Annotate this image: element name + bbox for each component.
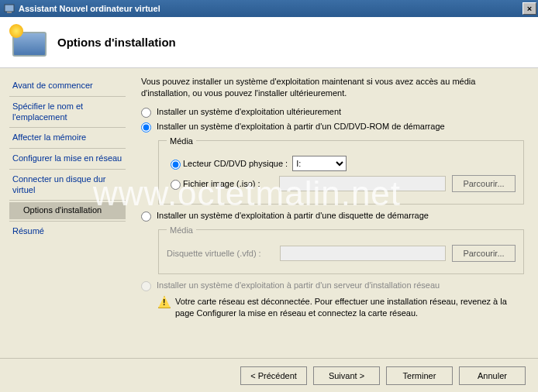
warning-icon <box>158 296 171 308</box>
network-warning-text: Votre carte réseau est déconnectée. Pour… <box>175 296 524 319</box>
label-install-floppy: Installer un système d'exploitation à pa… <box>157 211 429 220</box>
browse-vfd-button: Parcourir... <box>452 245 516 262</box>
radio-install-network <box>141 281 151 291</box>
wizard-icon <box>9 24 47 61</box>
radio-physical-drive[interactable] <box>171 160 181 170</box>
step-network[interactable]: Configurer la mise en réseau <box>9 150 133 167</box>
step-before-begin[interactable]: Avant de commencer <box>9 77 133 95</box>
media-group: Média Lecteur CD/DVD physique : I: Fichi… <box>158 136 524 205</box>
vfd-path-input <box>280 246 446 261</box>
radio-iso-file[interactable] <box>171 180 181 190</box>
drive-select[interactable]: I: <box>292 156 347 171</box>
titlebar: Assistant Nouvel ordinateur virtuel × <box>0 0 538 17</box>
radio-install-cd[interactable] <box>141 122 151 132</box>
browse-iso-button[interactable]: Parcourir... <box>452 175 516 192</box>
label-install-network: Installer un système d'exploitation à pa… <box>157 280 440 290</box>
label-install-later: Installer un système d'exploitation ulté… <box>157 107 341 116</box>
media-legend: Média <box>167 136 196 146</box>
floppy-legend: Média <box>167 225 196 235</box>
label-iso-file: Fichier image (.iso) : <box>183 179 274 188</box>
wizard-footer: < Précédent Suivant > Terminer Annuler <box>0 358 538 392</box>
next-button[interactable]: Suivant > <box>313 366 380 385</box>
label-vfd: Disquette virtuelle (.vfd) : <box>167 249 275 258</box>
radio-install-later[interactable] <box>141 108 151 118</box>
wizard-header: Options d'installation <box>0 17 538 68</box>
svg-rect-0 <box>5 5 14 12</box>
label-install-cd: Installer un système d'exploitation à pa… <box>157 122 445 131</box>
window-title: Assistant Nouvel ordinateur virtuel <box>16 4 522 13</box>
wizard-steps: Avant de commencer Spécifier le nom et l… <box>0 68 133 358</box>
app-icon <box>3 2 16 15</box>
iso-path-input[interactable] <box>279 176 446 191</box>
main-panel: Vous pouvez installer un système d'explo… <box>133 68 538 358</box>
step-memory[interactable]: Affecter la mémoire <box>9 129 133 146</box>
floppy-group: Média Disquette virtuelle (.vfd) : Parco… <box>158 225 524 274</box>
page-title: Options d'installation <box>57 36 176 49</box>
intro-text: Vous pouvez installer un système d'explo… <box>141 76 524 99</box>
radio-install-floppy[interactable] <box>141 211 151 222</box>
step-summary[interactable]: Résumé <box>9 223 133 240</box>
finish-button[interactable]: Terminer <box>386 366 453 385</box>
svg-rect-1 <box>7 12 12 13</box>
label-physical-drive: Lecteur CD/DVD physique : <box>183 159 288 168</box>
previous-button[interactable]: < Précédent <box>240 366 307 385</box>
step-vhd[interactable]: Connecter un disque dur virtuel <box>9 171 133 199</box>
step-name-location[interactable]: Spécifier le nom et l'emplacement <box>9 98 133 126</box>
step-install-options[interactable]: Options d'installation <box>9 202 126 219</box>
close-button[interactable]: × <box>522 2 536 15</box>
cancel-button[interactable]: Annuler <box>459 366 526 385</box>
